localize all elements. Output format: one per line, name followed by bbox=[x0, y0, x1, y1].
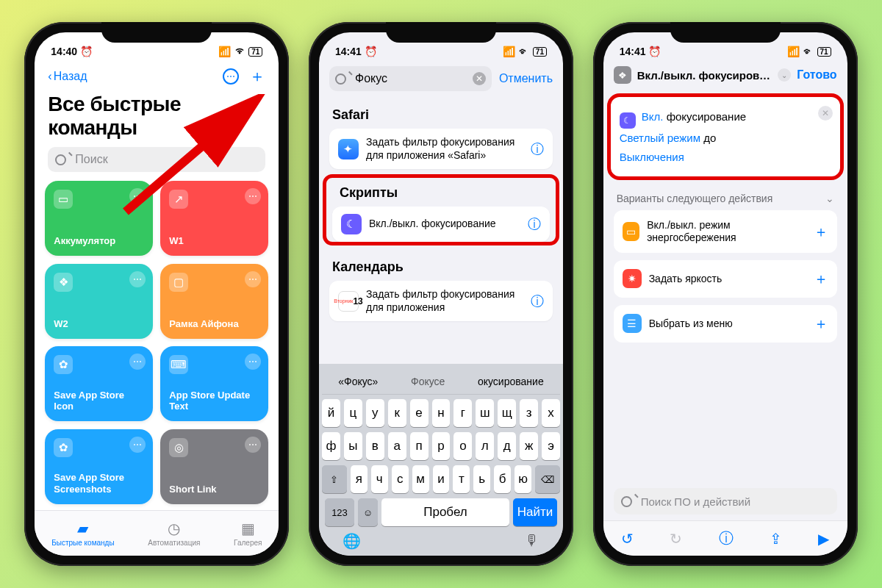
key-space[interactable]: Пробел bbox=[381, 498, 509, 526]
action-calendar-focus-filter[interactable]: Вторник 13 Задать фильтр фокусирования д… bbox=[329, 281, 553, 321]
key-ф[interactable]: ф bbox=[322, 432, 340, 460]
suggestion[interactable]: окусирование bbox=[478, 376, 544, 387]
key-а[interactable]: а bbox=[388, 432, 406, 460]
chevron-down-icon[interactable]: ⌄ bbox=[778, 68, 791, 82]
info-button[interactable]: ⓘ bbox=[719, 528, 734, 548]
remove-action-button[interactable]: ✕ bbox=[818, 106, 833, 121]
key-find[interactable]: Найти bbox=[513, 498, 557, 526]
action-toggle-focus[interactable]: ☾ Вкл./выкл. фокусирование ⓘ bbox=[332, 207, 550, 242]
shortcut-icon[interactable]: ❖ bbox=[614, 66, 631, 84]
gear-icon: ✿ bbox=[54, 355, 73, 374]
tile-menu-icon[interactable]: ⋯ bbox=[129, 271, 146, 287]
suggestion[interactable]: «Фокус» bbox=[338, 376, 378, 387]
key-я[interactable]: я bbox=[351, 465, 368, 493]
key-ы[interactable]: ы bbox=[344, 432, 362, 460]
shortcut-tile[interactable]: ⋯ ↗ W1 bbox=[160, 181, 268, 256]
key-о[interactable]: о bbox=[453, 432, 472, 460]
key-р[interactable]: р bbox=[432, 432, 451, 460]
tile-menu-icon[interactable]: ⋯ bbox=[129, 437, 146, 453]
key-д[interactable]: д bbox=[498, 432, 516, 460]
key-у[interactable]: у bbox=[366, 399, 384, 427]
tab-automation[interactable]: ◷ Автоматизация bbox=[148, 520, 200, 547]
key-shift[interactable]: ⇧ bbox=[322, 465, 347, 493]
token-turn[interactable]: Вкл. bbox=[642, 110, 664, 123]
key-с[interactable]: с bbox=[392, 465, 409, 493]
suggestion[interactable]: Фокусе bbox=[411, 376, 445, 387]
info-icon[interactable]: ⓘ bbox=[531, 293, 544, 310]
key-н[interactable]: н bbox=[432, 399, 451, 427]
back-button[interactable]: ‹ Назад bbox=[48, 70, 87, 83]
token-mode[interactable]: Светлый режим bbox=[620, 132, 700, 144]
info-icon[interactable]: ⓘ bbox=[528, 215, 541, 233]
run-button[interactable]: ▶ bbox=[818, 530, 829, 548]
chevron-down-icon[interactable]: ⌄ bbox=[825, 193, 834, 204]
tile-menu-icon[interactable]: ⋯ bbox=[129, 354, 146, 370]
key-ч[interactable]: ч bbox=[371, 465, 388, 493]
key-э[interactable]: э bbox=[542, 432, 560, 460]
tile-menu-icon[interactable]: ⋯ bbox=[129, 188, 146, 204]
key-з[interactable]: з bbox=[520, 399, 538, 427]
tab-shortcuts[interactable]: ▰ Быстрые команды bbox=[51, 520, 114, 547]
layers-icon: ❖ bbox=[54, 273, 73, 292]
key-в[interactable]: в bbox=[366, 432, 384, 460]
key-backspace[interactable]: ⌫ bbox=[535, 465, 560, 493]
tile-menu-icon[interactable]: ⋯ bbox=[245, 437, 261, 453]
suggestion-choose-menu[interactable]: ☰ Выбрать из меню ＋ bbox=[614, 305, 837, 343]
cancel-button[interactable]: Отменить bbox=[499, 72, 553, 85]
key-п[interactable]: п bbox=[410, 432, 429, 460]
key-ц[interactable]: ц bbox=[344, 399, 362, 427]
undo-button[interactable]: ↺ bbox=[621, 530, 634, 548]
add-shortcut-button[interactable]: ＋ bbox=[249, 65, 265, 87]
key-emoji[interactable]: ☺ bbox=[358, 498, 378, 526]
add-icon[interactable]: ＋ bbox=[814, 314, 828, 334]
shortcut-tile[interactable]: ⋯ ▭ Аккумулятор bbox=[45, 181, 153, 256]
mic-icon[interactable]: 🎙 bbox=[525, 532, 539, 550]
key-л[interactable]: л bbox=[476, 432, 494, 460]
info-icon[interactable]: ⓘ bbox=[531, 140, 544, 158]
key-и[interactable]: и bbox=[433, 465, 450, 493]
shortcut-title[interactable]: Вкл./выкл. фокусирован… bbox=[637, 69, 772, 82]
key-б[interactable]: б bbox=[494, 465, 511, 493]
shortcut-tile[interactable]: ⋯ ⌨ App Store Update Text bbox=[160, 346, 268, 421]
shortcut-tile[interactable]: ⋯ ◎ Short Link bbox=[160, 429, 268, 504]
more-options-button[interactable]: ⋯ bbox=[223, 68, 239, 85]
clear-search-button[interactable]: ✕ bbox=[473, 72, 486, 85]
add-icon[interactable]: ＋ bbox=[814, 269, 828, 289]
search-field[interactable]: Поиск bbox=[48, 147, 265, 172]
token-until[interactable]: Выключения bbox=[620, 151, 684, 163]
search-icon bbox=[621, 496, 637, 507]
globe-icon[interactable]: 🌐 bbox=[343, 532, 361, 550]
key-к[interactable]: к bbox=[388, 399, 406, 427]
key-ж[interactable]: ж bbox=[520, 432, 538, 460]
add-icon[interactable]: ＋ bbox=[814, 222, 828, 242]
shortcut-tile[interactable]: ⋯ ✿ Save App Store Icon bbox=[45, 346, 153, 421]
share-button[interactable]: ⇪ bbox=[770, 530, 782, 548]
key-ш[interactable]: ш bbox=[476, 399, 494, 427]
key-м[interactable]: м bbox=[412, 465, 429, 493]
search-actions-field[interactable]: Поиск ПО и действий bbox=[614, 488, 837, 514]
suggestion-low-power[interactable]: ▭ Вкл./выкл. режим энергосбережения ＋ bbox=[614, 210, 837, 253]
tab-gallery[interactable]: ▦ Галерея bbox=[234, 520, 262, 547]
tile-menu-icon[interactable]: ⋯ bbox=[245, 188, 261, 204]
done-button[interactable]: Готово bbox=[797, 68, 836, 82]
key-й[interactable]: й bbox=[322, 399, 340, 427]
search-field[interactable]: Фокус ✕ bbox=[329, 66, 492, 91]
key-ю[interactable]: ю bbox=[514, 465, 531, 493]
tile-menu-icon[interactable]: ⋯ bbox=[245, 354, 261, 370]
shortcut-tile[interactable]: ⋯ ❖ W2 bbox=[45, 264, 153, 339]
tile-menu-icon[interactable]: ⋯ bbox=[245, 271, 261, 287]
search-icon bbox=[55, 154, 71, 165]
key-123[interactable]: 123 bbox=[325, 498, 354, 526]
action-block-focus[interactable]: ✕ ☾ Вкл. фокусирование Светлый режим до … bbox=[611, 97, 840, 176]
key-щ[interactable]: щ bbox=[498, 399, 516, 427]
action-safari-focus-filter[interactable]: ✦ Задать фильтр фокусирования для прилож… bbox=[329, 129, 553, 169]
shortcut-tile[interactable]: ⋯ ✿ Save App Store Screenshots bbox=[45, 429, 153, 504]
key-г[interactable]: г bbox=[453, 399, 472, 427]
tile-label: Short Link bbox=[169, 484, 259, 495]
key-т[interactable]: т bbox=[453, 465, 470, 493]
suggestion-brightness[interactable]: ✷ Задать яркость ＋ bbox=[614, 260, 837, 298]
key-ь[interactable]: ь bbox=[473, 465, 490, 493]
shortcut-tile[interactable]: ⋯ ▢ Рамка Айфона bbox=[160, 264, 268, 339]
key-х[interactable]: х bbox=[542, 399, 560, 427]
key-е[interactable]: е bbox=[410, 399, 429, 427]
